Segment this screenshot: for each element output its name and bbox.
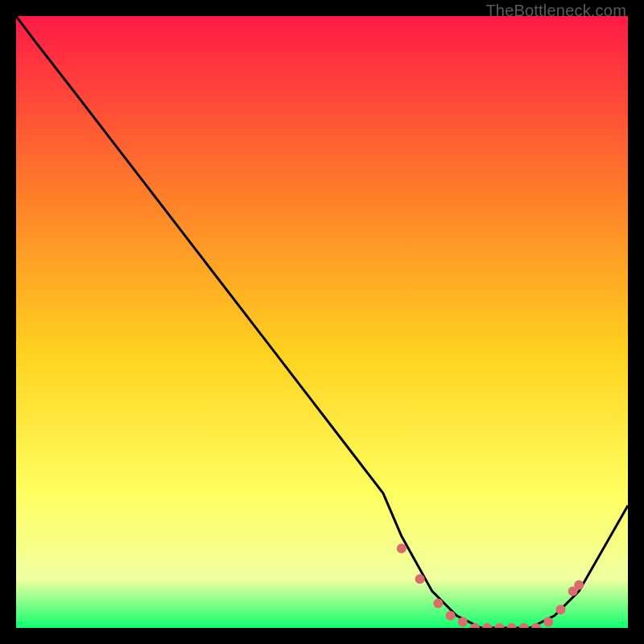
marker-point	[543, 617, 553, 626]
attribution-label: TheBottleneck.com	[485, 2, 626, 20]
marker-point	[458, 617, 468, 626]
chart-stage: TheBottleneck.com	[0, 0, 644, 644]
marker-point	[433, 599, 443, 609]
chart-plot-area	[16, 16, 628, 628]
marker-point	[415, 574, 425, 584]
chart-svg	[16, 16, 628, 628]
marker-point	[446, 611, 456, 621]
marker-point	[574, 580, 584, 590]
gradient-background	[16, 16, 628, 628]
marker-point	[397, 543, 407, 553]
marker-point	[555, 605, 565, 614]
